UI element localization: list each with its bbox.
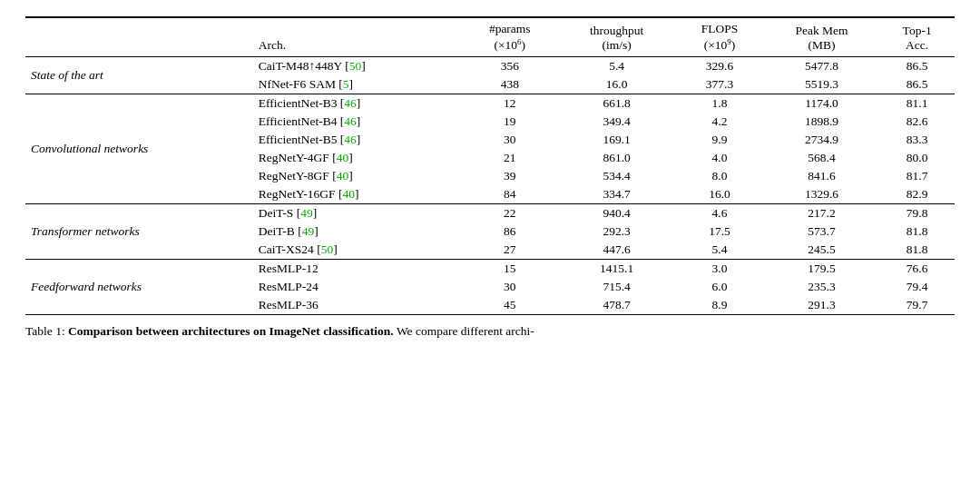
top1-cell: 79.8 [879, 203, 955, 222]
flops-cell: 329.6 [675, 56, 763, 75]
params-cell: 27 [462, 241, 558, 260]
peakmem-cell: 1898.9 [764, 113, 880, 131]
throughput-cell: 169.1 [558, 131, 676, 149]
table-row: Transformer networksDeiT-S [49]22940.44.… [25, 203, 955, 222]
throughput-cell: 334.7 [558, 185, 676, 204]
header-throughput: throughput(im/s) [558, 17, 676, 56]
params-cell: 30 [462, 131, 558, 149]
peakmem-cell: 235.3 [764, 278, 880, 296]
throughput-cell: 349.4 [558, 113, 676, 131]
arch-cell: RegNetY-4GF [40] [250, 149, 462, 167]
flops-cell: 8.9 [675, 296, 763, 315]
throughput-cell: 292.3 [558, 222, 676, 241]
citation: 50 [349, 59, 362, 73]
header-flops: FLOPS(×109) [675, 17, 763, 56]
peakmem-cell: 5477.8 [764, 56, 880, 75]
arch-cell: RegNetY-16GF [40] [250, 185, 462, 204]
citation: 46 [344, 96, 357, 110]
flops-cell: 4.6 [675, 203, 763, 222]
arch-cell: CaiT-M48↑448Υ [50] [250, 56, 462, 75]
arch-cell: ResMLP-12 [250, 259, 462, 278]
params-cell: 12 [462, 94, 558, 113]
flops-cell: 16.0 [675, 185, 763, 204]
params-cell: 30 [462, 278, 558, 296]
arch-cell: EfficientNet-B3 [46] [250, 94, 462, 113]
top1-cell: 86.5 [879, 56, 955, 75]
category-cell: State of the art [25, 56, 250, 94]
throughput-cell: 1415.1 [558, 259, 676, 278]
header-category [25, 17, 250, 56]
top1-cell: 86.5 [879, 75, 955, 94]
throughput-cell: 447.6 [558, 241, 676, 260]
flops-cell: 3.0 [675, 259, 763, 278]
header-arch: Arch. [250, 17, 462, 56]
peakmem-cell: 291.3 [764, 296, 880, 315]
table-row: Feedforward networksResMLP-12151415.13.0… [25, 259, 955, 278]
peakmem-cell: 5519.3 [764, 75, 880, 94]
arch-cell: ResMLP-36 [250, 296, 462, 315]
caption-bold: Comparison between architectures on Imag… [68, 324, 394, 338]
top1-cell: 81.7 [879, 167, 955, 185]
citation: 50 [321, 242, 334, 256]
params-cell: 356 [462, 56, 558, 75]
params-cell: 84 [462, 185, 558, 204]
category-cell: Transformer networks [25, 203, 250, 259]
peakmem-cell: 841.6 [764, 167, 880, 185]
flops-cell: 6.0 [675, 278, 763, 296]
throughput-cell: 478.7 [558, 296, 676, 315]
flops-cell: 8.0 [675, 167, 763, 185]
table-row: Convolutional networksEfficientNet-B3 [4… [25, 94, 955, 113]
params-cell: 86 [462, 222, 558, 241]
table-wrapper: Arch. #params(×106) throughput(im/s) FLO… [25, 16, 955, 341]
throughput-cell: 861.0 [558, 149, 676, 167]
params-cell: 21 [462, 149, 558, 167]
arch-cell: EfficientNet-B5 [46] [250, 131, 462, 149]
category-cell: Feedforward networks [25, 259, 250, 314]
top1-cell: 81.1 [879, 94, 955, 113]
params-cell: 39 [462, 167, 558, 185]
citation: 49 [302, 224, 315, 238]
citation: 40 [342, 187, 355, 201]
peakmem-cell: 1329.6 [764, 185, 880, 204]
flops-cell: 1.8 [675, 94, 763, 113]
params-cell: 19 [462, 113, 558, 131]
throughput-cell: 661.8 [558, 94, 676, 113]
top1-cell: 76.6 [879, 259, 955, 278]
peakmem-cell: 245.5 [764, 241, 880, 260]
throughput-cell: 16.0 [558, 75, 676, 94]
flops-cell: 4.0 [675, 149, 763, 167]
top1-cell: 80.0 [879, 149, 955, 167]
citation: 40 [337, 151, 349, 164]
top1-cell: 82.6 [879, 113, 955, 131]
params-cell: 438 [462, 75, 558, 94]
arch-cell: CaiT-XS24 [50] [250, 241, 462, 260]
header-params: #params(×106) [462, 17, 558, 56]
caption-text: We compare different archi- [397, 324, 534, 338]
arch-cell: DeiT-S [49] [250, 203, 462, 222]
citation: 46 [344, 114, 357, 128]
peakmem-cell: 568.4 [764, 149, 880, 167]
params-cell: 22 [462, 203, 558, 222]
table-caption: Table 1: Comparison between architecture… [25, 322, 955, 341]
arch-cell: DeiT-B [49] [250, 222, 462, 241]
header-top1: Top-1Acc. [879, 17, 955, 56]
throughput-cell: 715.4 [558, 278, 676, 296]
top1-cell: 83.3 [879, 131, 955, 149]
params-cell: 45 [462, 296, 558, 315]
table-row: State of the artCaiT-M48↑448Υ [50]3565.4… [25, 56, 955, 75]
table-header-row: Arch. #params(×106) throughput(im/s) FLO… [25, 17, 955, 56]
arch-cell: ResMLP-24 [250, 278, 462, 296]
citation: 40 [337, 169, 349, 183]
throughput-cell: 534.4 [558, 167, 676, 185]
top1-cell: 79.4 [879, 278, 955, 296]
top1-cell: 79.7 [879, 296, 955, 315]
throughput-cell: 940.4 [558, 203, 676, 222]
flops-cell: 17.5 [675, 222, 763, 241]
flops-cell: 4.2 [675, 113, 763, 131]
flops-cell: 377.3 [675, 75, 763, 94]
top1-cell: 81.8 [879, 241, 955, 260]
top1-cell: 82.9 [879, 185, 955, 204]
flops-cell: 5.4 [675, 241, 763, 260]
peakmem-cell: 179.5 [764, 259, 880, 278]
peakmem-cell: 1174.0 [764, 94, 880, 113]
